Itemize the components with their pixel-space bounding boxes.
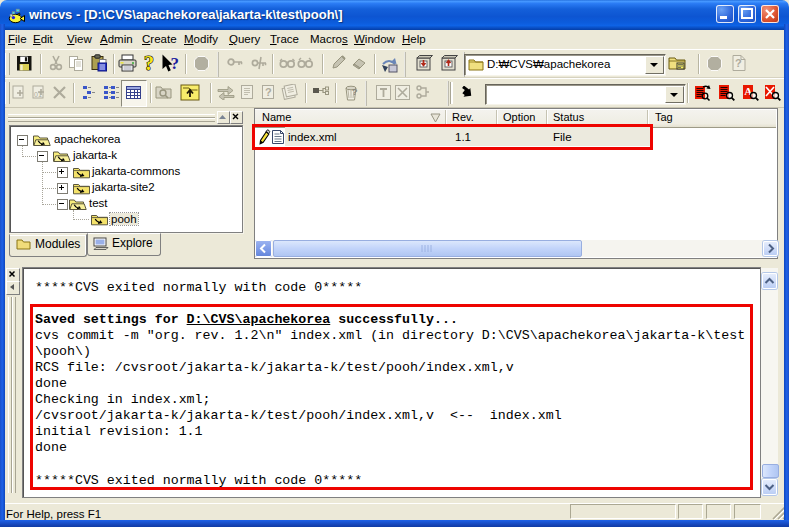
svg-text:?: ? [735,57,742,69]
svg-text:01: 01 [34,91,42,98]
svg-text:?: ? [144,53,154,74]
svg-text:?: ? [352,87,358,97]
svg-text:?: ? [265,86,272,98]
svg-text:?: ? [171,54,180,73]
